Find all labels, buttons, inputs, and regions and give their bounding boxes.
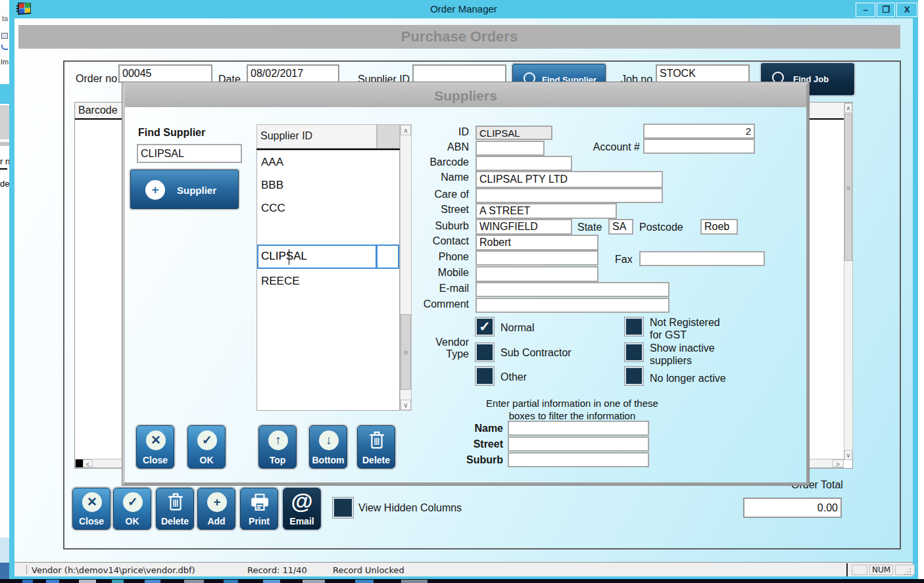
vendor-type-label: Vendor Type xyxy=(397,337,469,360)
email-input[interactable] xyxy=(475,282,669,297)
os-taskbar[interactable] xyxy=(0,579,924,583)
supplier-list-item-selected[interactable]: CLIPSAL xyxy=(257,245,377,269)
dialog-bottom-button[interactable]: ↓ Bottom xyxy=(309,425,347,469)
delete-button[interactable]: Delete xyxy=(156,488,194,530)
not-registered-gst-label: Not Registered for GST xyxy=(650,316,720,341)
window-titlebar[interactable]: Order Manager – ❐ X xyxy=(9,0,918,18)
vendor-normal-label: Normal xyxy=(500,322,535,334)
filter-street-input[interactable] xyxy=(508,436,649,452)
taskbar-icon[interactable] xyxy=(79,580,96,583)
vendor-type-label-line1: Vendor xyxy=(397,337,469,348)
vendor-other-checkbox[interactable] xyxy=(475,367,494,385)
supplier-list-item[interactable]: AAA xyxy=(258,152,374,175)
phone-input[interactable] xyxy=(475,250,598,266)
filter-name-input[interactable] xyxy=(508,421,649,436)
vendor-normal-checkbox[interactable]: ✓ xyxy=(475,317,494,336)
add-supplier-button[interactable]: + Supplier xyxy=(130,170,239,209)
suburb-input[interactable] xyxy=(475,219,572,235)
add-button[interactable]: + Add xyxy=(197,488,235,530)
no-longer-active-checkbox[interactable] xyxy=(625,367,643,385)
taskbar-icon[interactable] xyxy=(46,580,59,583)
street-input[interactable] xyxy=(475,203,617,219)
taskbar-icon[interactable] xyxy=(184,580,204,583)
abn-input[interactable] xyxy=(475,141,545,156)
order-no-input[interactable] xyxy=(118,64,212,83)
ok-button[interactable]: ✓ OK xyxy=(113,488,151,530)
print-button[interactable]: Print xyxy=(240,488,278,530)
add-supplier-button-label: Supplier xyxy=(177,185,216,196)
name-input[interactable] xyxy=(475,171,663,188)
window-title: Order Manager xyxy=(9,3,918,14)
dialog-close-label: Close xyxy=(137,455,174,465)
supplier-id-input[interactable] xyxy=(412,64,506,83)
order-total-input[interactable] xyxy=(743,498,842,518)
date-input[interactable] xyxy=(247,64,339,83)
dialog-top-button[interactable]: ↑ Top xyxy=(258,425,297,469)
suburb-label: Suburb xyxy=(397,220,469,232)
care-of-input[interactable] xyxy=(475,188,663,203)
taskbar-icon[interactable] xyxy=(263,580,280,583)
underlying-window-edge: ta Im r n de xyxy=(0,0,9,583)
trash-icon xyxy=(167,492,184,512)
barcode-input[interactable] xyxy=(475,156,572,171)
show-inactive-checkbox[interactable] xyxy=(625,343,643,361)
table-vertical-scrollbar[interactable]: ∧ ≡ ∨ xyxy=(844,103,853,460)
minimize-button[interactable]: – xyxy=(856,3,875,17)
barcode-label: Barcode xyxy=(397,156,469,168)
taskbar-icon[interactable] xyxy=(145,580,160,583)
flag-label-line: suppliers xyxy=(650,354,715,367)
filter-suburb-input[interactable] xyxy=(508,452,649,467)
taskbar-icon[interactable] xyxy=(303,580,325,583)
contact-input[interactable] xyxy=(475,235,598,250)
scroll-down-button[interactable]: ∨ xyxy=(844,450,852,460)
account-input[interactable] xyxy=(643,139,755,154)
show-inactive-label: Show inactive suppliers xyxy=(650,342,715,367)
dialog-ok-button[interactable]: ✓ OK xyxy=(187,425,226,469)
resize-grip-icon[interactable] xyxy=(904,568,912,576)
postcode-input[interactable] xyxy=(700,219,738,235)
dialog-ok-label: OK xyxy=(188,455,225,465)
taskbar-icon[interactable] xyxy=(401,580,427,583)
close-window-button[interactable]: X xyxy=(896,3,917,17)
mobile-input[interactable] xyxy=(475,266,598,282)
barcode-column-header: Barcode xyxy=(78,105,118,116)
supplier-list-item[interactable]: REECE xyxy=(258,271,374,294)
scroll-right-button[interactable]: > xyxy=(832,459,844,467)
state-input[interactable] xyxy=(608,219,633,235)
dialog-delete-button[interactable]: Delete xyxy=(357,425,395,469)
vendor-subcontractor-checkbox[interactable] xyxy=(475,343,494,361)
status-num-lock: NUM xyxy=(869,565,893,575)
taskbar-icon[interactable] xyxy=(22,580,33,583)
scroll-left-button[interactable]: < xyxy=(83,459,93,467)
supplier-id-column-header: Supplier ID xyxy=(260,130,312,141)
record-number-input[interactable] xyxy=(643,124,755,139)
id-label: ID xyxy=(397,126,469,138)
scroll-up-button[interactable]: ∧ xyxy=(844,103,852,113)
scrollbar-thumb[interactable]: ≡ xyxy=(844,114,852,261)
dialog-close-button[interactable]: ✕ Close xyxy=(136,425,174,469)
selected-row-subcell[interactable] xyxy=(377,245,399,269)
scrollbar-thumb[interactable] xyxy=(76,459,83,467)
check-circle-icon: ✓ xyxy=(123,492,143,512)
taskbar-icon[interactable] xyxy=(224,580,238,583)
taskbar-icon[interactable] xyxy=(355,580,374,583)
maximize-button[interactable]: ❐ xyxy=(877,3,895,17)
order-no-label: Order no xyxy=(76,73,117,85)
supplier-list-item[interactable]: BBB xyxy=(258,175,374,198)
supplier-list-header[interactable]: Supplier ID xyxy=(256,124,377,149)
edge-fragment-text: de xyxy=(0,179,9,189)
suppliers-dialog-title[interactable]: Suppliers xyxy=(125,85,806,107)
comment-input[interactable] xyxy=(475,298,669,313)
scroll-down-button[interactable]: ∨ xyxy=(401,400,411,410)
close-button[interactable]: ✕ Close xyxy=(72,488,110,530)
supplier-list-item[interactable]: CCC xyxy=(258,198,374,221)
taskbar-icon[interactable] xyxy=(112,580,124,583)
supplier-list: AAA BBB CCC CLIPSAL REECE xyxy=(256,150,400,411)
email-button[interactable]: @ Email xyxy=(283,488,321,530)
job-no-input[interactable] xyxy=(656,64,750,83)
fax-input[interactable] xyxy=(639,251,765,266)
id-input[interactable] xyxy=(475,126,552,140)
find-supplier-input[interactable] xyxy=(137,144,242,163)
not-registered-gst-checkbox[interactable] xyxy=(625,317,643,336)
view-hidden-columns-checkbox[interactable] xyxy=(333,498,353,518)
